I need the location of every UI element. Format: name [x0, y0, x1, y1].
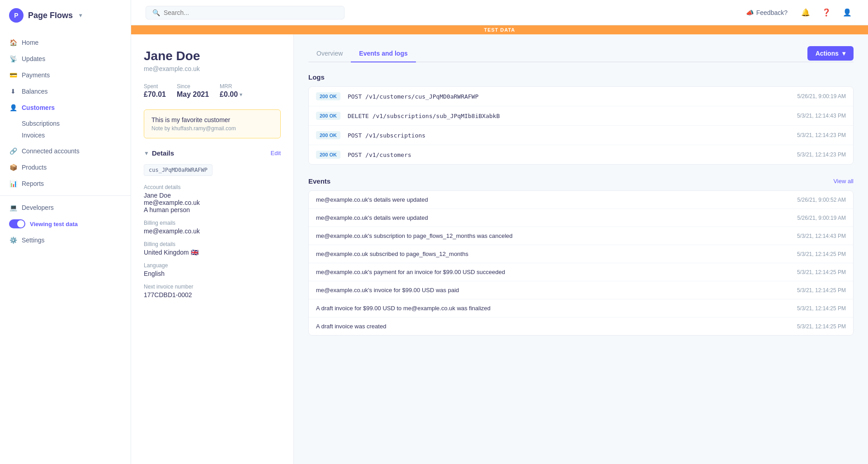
- tab-bar: Overview Events and logs Actions ▾: [308, 45, 854, 62]
- sidebar-item-reports[interactable]: 📊 Reports: [0, 175, 131, 192]
- edit-link[interactable]: Edit: [271, 150, 281, 156]
- sidebar-item-label: Balances: [22, 88, 48, 95]
- sidebar-item-subscriptions[interactable]: Subscriptions: [22, 118, 131, 129]
- event-description: me@example.co.uk's details were updated: [316, 196, 790, 203]
- customer-id-badge: cus_JPqMD0aRWRAFWP: [144, 164, 212, 176]
- sidebar-item-balances[interactable]: ⬇ Balances: [0, 83, 131, 99]
- customer-note: This is my favorite customer Note by khu…: [144, 109, 281, 138]
- sidebar-item-updates[interactable]: 📡 Updates: [0, 51, 131, 67]
- log-time: 5/26/21, 9:00:19 AM: [797, 93, 846, 99]
- list-item[interactable]: A draft invoice for $99.00 USD to me@exa…: [309, 299, 853, 317]
- log-time: 5/3/21, 12:14:43 PM: [797, 113, 846, 119]
- billing-details-label: Billing details: [144, 241, 281, 247]
- customer-left-panel: Jane Doe me@example.co.uk Spent £70.01 S…: [131, 34, 294, 464]
- user-avatar[interactable]: 👤: [841, 6, 854, 19]
- logo-icon: P: [9, 8, 24, 23]
- table-row[interactable]: 200 OK POST /v1/subscriptions 5/3/21, 12…: [309, 126, 853, 145]
- event-time: 5/3/21, 12:14:25 PM: [797, 287, 846, 294]
- tab-events-logs[interactable]: Events and logs: [351, 45, 415, 62]
- status-badge: 200 OK: [316, 112, 340, 120]
- account-details-label: Account details: [144, 184, 281, 190]
- notifications-icon[interactable]: 🔔: [799, 6, 812, 19]
- sidebar: P Page Flows ▾ 🏠 Home 📡 Updates 💳 Paymen…: [0, 0, 131, 464]
- table-row[interactable]: 200 OK DELETE /v1/subscriptions/sub_JPqM…: [309, 106, 853, 126]
- tab-overview[interactable]: Overview: [308, 45, 351, 62]
- feedback-button[interactable]: 📣 Feedback?: [742, 7, 791, 18]
- mrr-chevron-icon: ▾: [240, 92, 242, 98]
- sidebar-item-label: Products: [22, 164, 47, 171]
- sidebar-item-payments[interactable]: 💳 Payments: [0, 67, 131, 83]
- status-badge: 200 OK: [316, 151, 340, 159]
- account-email: me@example.co.uk: [144, 199, 281, 206]
- billing-emails-label: Billing emails: [144, 220, 281, 226]
- event-description: A draft invoice was created: [316, 323, 790, 330]
- help-icon[interactable]: ❓: [820, 6, 833, 19]
- topbar-right: 📣 Feedback? 🔔 ❓ 👤: [742, 6, 854, 19]
- event-time: 5/3/21, 12:14:25 PM: [797, 305, 846, 312]
- sidebar-item-home[interactable]: 🏠 Home: [0, 34, 131, 51]
- event-time: 5/26/21, 9:00:52 AM: [797, 197, 846, 203]
- list-item[interactable]: me@example.co.uk's payment for an invoic…: [309, 263, 853, 281]
- sidebar-item-products[interactable]: 📦 Products: [0, 159, 131, 175]
- list-item[interactable]: A draft invoice was created 5/3/21, 12:1…: [309, 317, 853, 335]
- sidebar-item-customers[interactable]: 👤 Customers: [0, 99, 131, 116]
- log-endpoint: DELETE /v1/subscriptions/sub_JPqMIb8iBXa…: [348, 113, 790, 119]
- status-badge: 200 OK: [316, 92, 340, 100]
- logs-section-label: Logs: [308, 73, 854, 81]
- sidebar-item-invoices[interactable]: Invoices: [22, 129, 131, 141]
- event-time: 5/3/21, 12:14:25 PM: [797, 323, 846, 330]
- event-description: me@example.co.uk subscribed to page_flow…: [316, 251, 790, 257]
- reports-icon: 📊: [9, 180, 17, 188]
- stat-mrr: MRR £0.00 ▾: [220, 83, 242, 99]
- details-chevron-icon: ▼: [144, 150, 149, 156]
- list-item[interactable]: me@example.co.uk's details were updated …: [309, 191, 853, 209]
- app-logo[interactable]: P Page Flows ▾: [0, 0, 131, 31]
- search-input[interactable]: [164, 9, 338, 16]
- event-description: me@example.co.uk's payment for an invoic…: [316, 269, 790, 275]
- sidebar-nav: 🏠 Home 📡 Updates 💳 Payments ⬇ Balances 👤…: [0, 31, 131, 464]
- actions-chevron-icon: ▾: [842, 50, 845, 57]
- sidebar-item-label: Payments: [22, 71, 50, 79]
- events-section-label: Events: [308, 177, 330, 185]
- developers-icon: 💻: [9, 204, 17, 212]
- next-invoice-label: Next invoice number: [144, 284, 281, 290]
- account-description: A human person: [144, 206, 281, 213]
- list-item[interactable]: me@example.co.uk's subscription to page_…: [309, 227, 853, 245]
- table-row[interactable]: 200 OK POST /v1/customers/cus_JPqMD0aRWR…: [309, 87, 853, 106]
- events-logs-panel: Overview Events and logs Actions ▾ Logs …: [294, 34, 868, 464]
- search-box[interactable]: 🔍: [146, 6, 344, 19]
- log-endpoint: POST /v1/customers: [348, 152, 790, 158]
- details-section-header: ▼ Details Edit: [144, 149, 281, 157]
- list-item[interactable]: me@example.co.uk's details were updated …: [309, 209, 853, 227]
- updates-icon: 📡: [9, 55, 17, 63]
- sidebar-item-label: Customers: [22, 104, 55, 111]
- events-table: me@example.co.uk's details were updated …: [308, 190, 854, 336]
- customers-sub-nav: Subscriptions Invoices: [0, 116, 131, 143]
- table-row[interactable]: 200 OK POST /v1/customers 5/3/21, 12:14:…: [309, 145, 853, 164]
- sidebar-item-settings[interactable]: ⚙️ Settings: [0, 232, 131, 248]
- log-endpoint: POST /v1/subscriptions: [348, 132, 790, 139]
- test-data-toggle[interactable]: [9, 219, 25, 228]
- billing-emails-row: Billing emails me@example.co.uk: [144, 220, 281, 235]
- event-description: me@example.co.uk's invoice for $99.00 US…: [316, 287, 790, 294]
- events-section-header: Events View all: [308, 177, 854, 185]
- event-time: 5/3/21, 12:14:25 PM: [797, 251, 846, 257]
- list-item[interactable]: me@example.co.uk subscribed to page_flow…: [309, 245, 853, 263]
- account-details-row: Account details Jane Doe me@example.co.u…: [144, 184, 281, 213]
- next-invoice-row: Next invoice number 177CDBD1-0002: [144, 284, 281, 298]
- actions-button[interactable]: Actions ▾: [807, 46, 854, 61]
- log-endpoint: POST /v1/customers/cus_JPqMD0aRWRAFWP: [348, 93, 790, 100]
- list-item[interactable]: me@example.co.uk's invoice for $99.00 US…: [309, 281, 853, 299]
- stat-since-label: Since: [177, 83, 209, 90]
- search-icon: 🔍: [152, 9, 160, 16]
- balances-icon: ⬇: [9, 87, 17, 95]
- sidebar-item-developers[interactable]: 💻 Developers: [0, 199, 131, 216]
- sidebar-item-label: Updates: [22, 55, 45, 62]
- connected-accounts-icon: 🔗: [9, 147, 17, 155]
- megaphone-icon: 📣: [746, 9, 754, 16]
- view-all-link[interactable]: View all: [833, 178, 854, 185]
- stat-mrr-value: £0.00 ▾: [220, 90, 242, 99]
- sidebar-item-connected-accounts[interactable]: 🔗 Connected accounts: [0, 143, 131, 159]
- language-row: Language English: [144, 262, 281, 277]
- actions-label: Actions: [816, 50, 839, 57]
